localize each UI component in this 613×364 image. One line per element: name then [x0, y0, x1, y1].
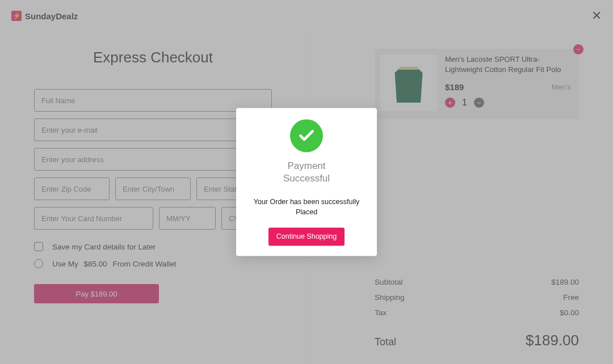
payment-success-modal: PaymentSuccessful Your Order has been su… — [236, 108, 377, 256]
success-check-icon — [290, 119, 323, 152]
continue-shopping-button[interactable]: Continue Shopping — [268, 228, 345, 246]
modal-title: PaymentSuccessful — [246, 160, 367, 185]
modal-message: Your Order has been successfully Placed — [246, 198, 367, 218]
